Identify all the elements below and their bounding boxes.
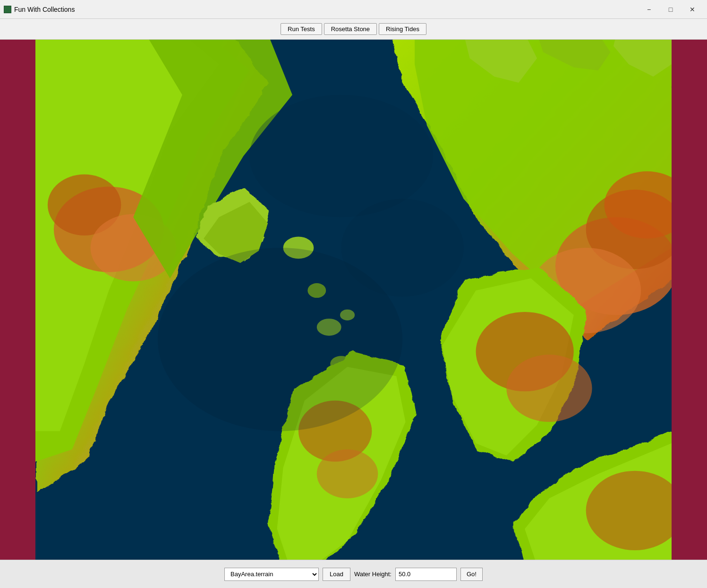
water-height-label: Water Height: bbox=[354, 571, 392, 578]
rising-tides-button[interactable]: Rising Tides bbox=[379, 23, 426, 35]
main-content bbox=[0, 40, 707, 560]
svg-point-39 bbox=[341, 199, 464, 296]
rosetta-stone-button[interactable]: Rosetta Stone bbox=[324, 23, 377, 35]
terrain-file-select[interactable]: BayArea.terrain bbox=[224, 568, 319, 581]
toolbar: Run Tests Rosetta Stone Rising Tides bbox=[0, 19, 707, 40]
go-button[interactable]: Go! bbox=[460, 568, 483, 581]
run-tests-button[interactable]: Run Tests bbox=[281, 23, 322, 35]
close-button[interactable]: ✕ bbox=[681, 2, 703, 17]
maximize-button[interactable]: □ bbox=[660, 2, 681, 17]
title-bar: Fun With Collections − □ ✕ bbox=[0, 0, 707, 19]
window-title: Fun With Collections bbox=[14, 6, 638, 13]
water-height-input[interactable] bbox=[395, 568, 457, 581]
minimize-button[interactable]: − bbox=[638, 2, 660, 17]
svg-point-37 bbox=[249, 95, 433, 217]
terrain-container bbox=[35, 40, 672, 560]
app-icon bbox=[4, 6, 11, 13]
load-button[interactable]: Load bbox=[323, 568, 350, 581]
bottom-bar: BayArea.terrain Load Water Height: Go! bbox=[0, 560, 707, 588]
window-controls: − □ ✕ bbox=[638, 2, 703, 17]
terrain-visualization bbox=[35, 40, 672, 560]
